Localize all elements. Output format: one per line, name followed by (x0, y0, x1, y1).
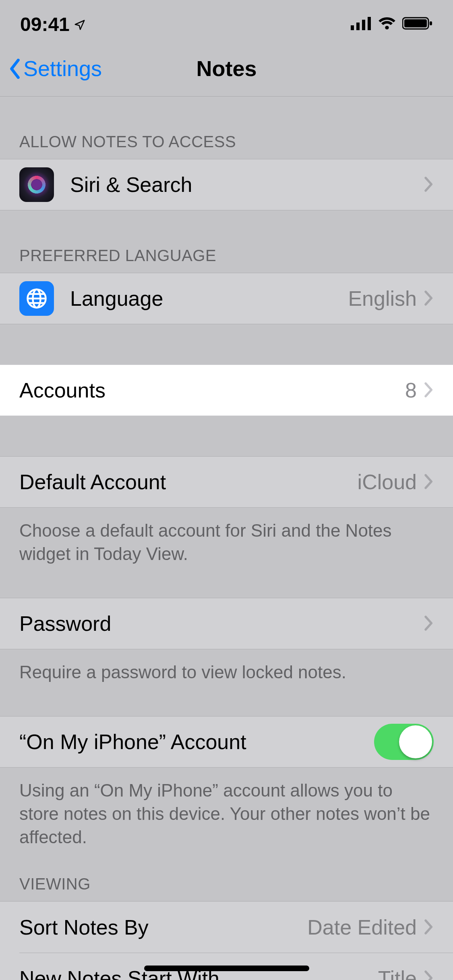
chevron-right-icon (424, 611, 434, 636)
row-value: Title (378, 966, 417, 980)
row-label: Accounts (19, 378, 405, 402)
section-header-language: PREFERRED LANGUAGE (0, 210, 453, 273)
siri-icon (19, 167, 54, 202)
nav-bar: Settings Notes (0, 40, 453, 97)
svg-rect-1 (356, 23, 360, 30)
battery-icon (402, 16, 433, 32)
chevron-right-icon (424, 378, 434, 402)
row-value: Date Edited (307, 915, 417, 939)
wifi-icon (377, 16, 397, 32)
row-siri-search[interactable]: Siri & Search (0, 159, 453, 210)
location-icon (74, 13, 86, 35)
svg-rect-6 (430, 21, 432, 25)
footer-on-my-iphone: Using an “On My iPhone” account allows y… (0, 768, 453, 849)
section-header-allow-access: ALLOW NOTES TO ACCESS (0, 97, 453, 159)
chevron-right-icon (424, 286, 434, 311)
row-value: iCloud (358, 470, 417, 494)
svg-rect-2 (362, 20, 365, 30)
chevron-right-icon (424, 966, 434, 980)
chevron-right-icon (424, 470, 434, 494)
section-header-viewing: VIEWING (0, 849, 453, 901)
svg-rect-5 (404, 19, 427, 27)
svg-rect-0 (351, 25, 354, 30)
status-bar: 09:41 (0, 0, 453, 40)
row-label: Default Account (19, 470, 358, 494)
row-label: Password (19, 611, 417, 636)
row-password[interactable]: Password (0, 598, 453, 649)
back-label: Settings (23, 56, 102, 81)
cellular-icon (351, 16, 372, 32)
row-label: Language (70, 286, 348, 311)
footer-password: Require a password to view locked notes. (0, 649, 453, 684)
row-language[interactable]: Language English (0, 273, 453, 324)
home-indicator[interactable] (144, 966, 309, 971)
chevron-right-icon (424, 915, 434, 939)
row-on-my-iphone: “On My iPhone” Account (0, 716, 453, 768)
row-default-account[interactable]: Default Account iCloud (0, 456, 453, 508)
back-button[interactable]: Settings (0, 56, 102, 81)
globe-icon (19, 281, 54, 316)
footer-default-account: Choose a default account for Siri and th… (0, 508, 453, 566)
row-label: “On My iPhone” Account (19, 730, 374, 754)
svg-rect-3 (368, 17, 371, 30)
row-label: Sort Notes By (19, 915, 307, 939)
row-accounts[interactable]: Accounts 8 (0, 364, 453, 416)
row-value: 8 (405, 378, 417, 402)
row-value: English (348, 286, 417, 311)
on-my-iphone-toggle[interactable] (374, 724, 434, 760)
status-time: 09:41 (20, 13, 70, 35)
row-sort-notes-by[interactable]: Sort Notes By Date Edited (0, 901, 453, 953)
chevron-right-icon (424, 173, 434, 197)
chevron-left-icon (8, 59, 22, 79)
row-label: Siri & Search (70, 173, 417, 197)
